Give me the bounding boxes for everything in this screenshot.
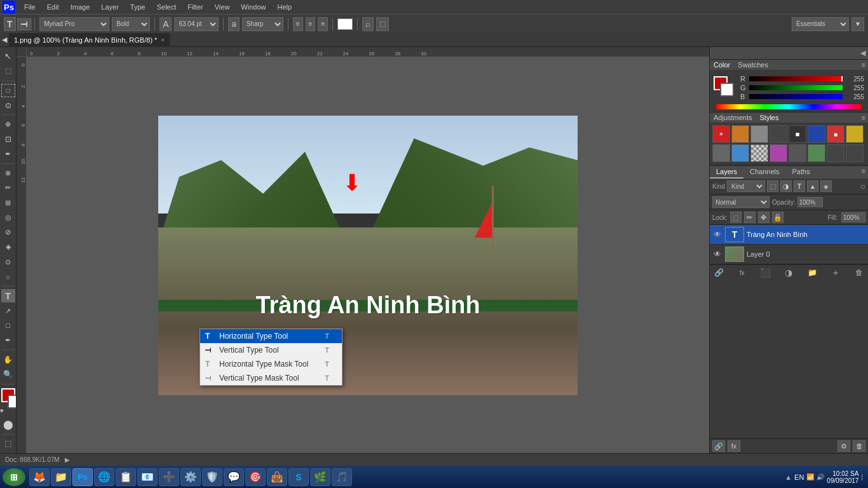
link-icon-btn[interactable]: 🔗 [712,440,725,452]
adj-icon-16[interactable] [846,144,864,162]
path-select-tool[interactable]: ↗ [1,304,15,317]
start-button[interactable]: ⊞ [3,468,25,486]
marquee-tool[interactable]: □ [1,84,15,97]
adjustments-tab[interactable]: Adjustments [710,112,756,123]
font-size-select[interactable]: 63.04 pt [174,17,219,31]
align-center-btn[interactable]: ≡ [306,17,316,31]
color-panel-menu-btn[interactable]: ≡ [859,60,868,70]
adj-icon-10[interactable] [731,144,749,162]
dodge-tool[interactable]: ○ [1,270,15,283]
shape-tool[interactable]: □ [1,319,15,332]
quick-mask-btn[interactable]: ⬤ [1,417,15,431]
adj-icon-7[interactable]: ■ [827,125,844,143]
type-tool[interactable]: T [1,289,15,302]
menu-edit[interactable]: Edit [42,2,64,12]
adj-icon-12[interactable] [770,144,787,162]
font-style-select[interactable]: Bold [112,17,150,31]
zoom-tool[interactable]: 🔍 [1,368,15,381]
lasso-tool[interactable]: ⊙ [1,98,15,112]
transform-btn[interactable]: ⬚ [376,17,389,31]
screen-mode-btn[interactable]: ⬚ [1,437,15,451]
ctx-v-type-mask[interactable]: T Vertical Type Mask Tool T [200,371,342,385]
lock-image-btn[interactable]: ✏ [744,212,756,223]
filter-smart-btn[interactable]: ◈ [820,180,832,192]
workspace-select[interactable]: Essentials [792,17,849,31]
filter-shape-btn[interactable]: ▲ [807,180,818,192]
filter-toggle-btn[interactable]: ○ [860,181,865,191]
tray-arrow[interactable]: ▲ [785,473,792,481]
lock-position-btn[interactable]: ✥ [758,212,770,223]
layer-delete-btn[interactable]: 🗑 [853,267,865,278]
lock-all-btn[interactable]: 🔒 [772,212,783,223]
align-right-btn[interactable]: ≡ [318,17,328,31]
adj-icon-8[interactable] [846,125,864,143]
menu-type[interactable]: Type [125,2,151,12]
menu-view[interactable]: View [210,2,235,12]
quick-select-tool[interactable]: ⊕ [1,118,15,131]
taskbar-app7[interactable]: ➕ [159,468,179,486]
type-toggle-v[interactable]: T [17,18,31,30]
align-left-btn[interactable]: ≡ [293,17,303,31]
adj-icon-6[interactable] [808,125,825,143]
clone-tool[interactable]: ⊞ [1,196,15,210]
fill-input[interactable] [841,212,865,222]
eyedropper-tool[interactable]: ✒ [1,147,15,161]
artboard-tool[interactable]: ⬚ [1,64,15,78]
layer-row-text[interactable]: 👁 T Tràng An Ninh Bình [710,225,868,245]
channels-tab[interactable]: Channels [743,166,785,179]
taskbar-firefox[interactable]: 🦊 [29,468,50,486]
opacity-input[interactable] [797,197,823,207]
adj-icon-4[interactable] [770,125,787,143]
background-color[interactable] [8,395,17,409]
adj-icon-3[interactable] [750,125,768,143]
panel-collapse-left[interactable]: ◀ [0,36,9,44]
aa-icon[interactable]: a [228,17,239,31]
filter-adjust-btn[interactable]: ◑ [780,180,792,192]
layer-new-btn[interactable]: + [829,267,842,278]
healing-tool[interactable]: ⊗ [1,166,15,180]
default-colors-btn[interactable]: ■ [0,407,3,414]
menu-file[interactable]: File [19,2,41,12]
ctx-vertical-type[interactable]: T Vertical Type Tool T [200,343,342,357]
layers-menu-btn[interactable]: ≡ [859,166,868,179]
adj-icon-15[interactable] [827,144,844,162]
adj-panel-menu-btn[interactable]: ≡ [859,112,868,123]
taskbar-outlook[interactable]: 📧 [137,468,158,486]
type-toggle-h[interactable]: T [4,17,16,31]
menu-image[interactable]: Image [65,2,95,12]
taskbar-app12[interactable]: 👜 [267,468,287,486]
crop-tool[interactable]: ⊡ [1,132,15,146]
layer-eye-text[interactable]: 👁 [712,229,722,240]
taskbar-photoshop[interactable]: Ps [72,468,93,486]
paths-tab[interactable]: Paths [786,166,817,179]
layer-fx-btn[interactable]: fx [736,267,749,278]
menu-help[interactable]: Help [272,2,297,12]
menu-select[interactable]: Select [152,2,182,12]
menu-window[interactable]: Window [236,2,271,12]
color-spectrum-bar[interactable] [716,104,862,109]
status-arrow[interactable]: ▶ [65,456,70,463]
taskbar-app14[interactable]: 🌿 [310,468,330,486]
aa-mode-select[interactable]: Sharp [242,17,283,31]
gradient-tool[interactable]: ◈ [1,240,15,254]
tab-close-btn[interactable]: × [161,37,164,43]
adj-icon-5[interactable]: ■ [789,125,806,143]
adj-icon-1[interactable]: × [712,125,730,143]
document-tab[interactable]: 1.png @ 100% (Tràng An Ninh Bình, RGB/8)… [9,33,170,47]
filter-type-btn[interactable]: T [794,180,805,192]
adj-icon-14[interactable] [808,144,825,162]
warp-text-btn[interactable]: ⌕ [362,17,374,31]
styles-tab[interactable]: Styles [756,112,783,123]
layers-tab[interactable]: Layers [710,166,743,179]
move-tool[interactable]: ↖ [1,50,15,63]
layer-row-bg[interactable]: 👁 Layer 0 [710,245,868,264]
filter-pixel-btn[interactable]: ⬚ [767,180,778,192]
layer-folder-btn[interactable]: 📁 [806,267,818,278]
adj-icon-11[interactable] [750,144,768,162]
show-desktop-btn[interactable]: | [861,473,863,480]
eraser-tool[interactable]: ⊘ [1,226,15,239]
layer-mask-btn[interactable]: ⬛ [759,267,772,278]
fx-icon-btn[interactable]: fx [728,440,740,452]
brush-tool[interactable]: ✏ [1,181,15,194]
collapse-panel-btn[interactable]: ◀ [860,49,865,57]
